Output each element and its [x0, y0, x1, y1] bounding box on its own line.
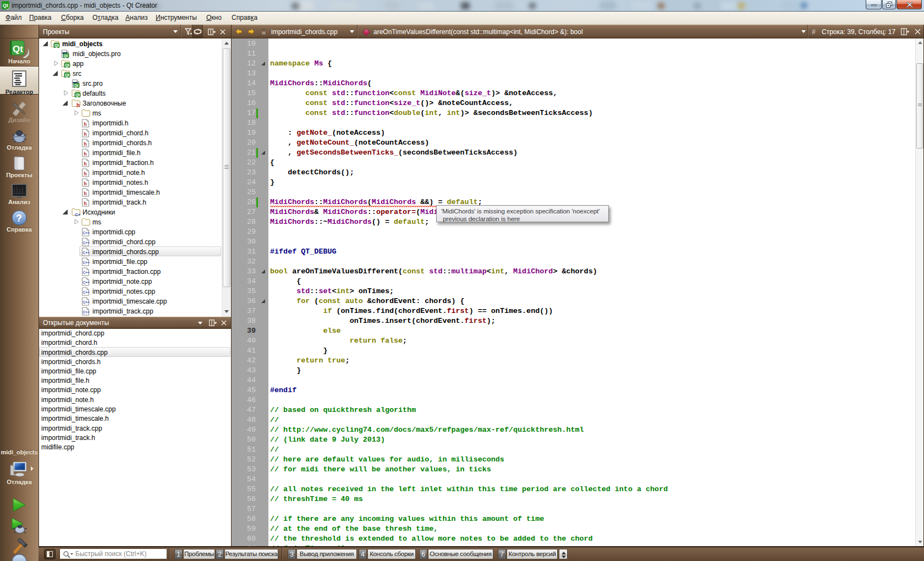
svg-text:Qt: Qt — [54, 43, 59, 48]
svg-text:h: h — [84, 151, 87, 157]
svg-text:C++: C++ — [83, 310, 90, 314]
svg-text:C++: C++ — [83, 241, 90, 245]
svg-text:h: h — [84, 161, 87, 167]
svg-text:C++: C++ — [83, 290, 90, 294]
svg-text:h: h — [84, 122, 87, 127]
svg-text:C+: C+ — [75, 212, 81, 216]
svg-text:Qt: Qt — [65, 63, 69, 68]
svg-text:h: h — [84, 201, 87, 206]
svg-text:C++: C++ — [83, 251, 90, 255]
svg-text:Qt: Qt — [65, 73, 69, 78]
svg-text:C++: C++ — [83, 271, 90, 274]
svg-text:?: ? — [16, 213, 22, 224]
svg-text:Qt: Qt — [13, 44, 23, 54]
svg-text:C++: C++ — [83, 261, 90, 265]
svg-text:Qt: Qt — [75, 93, 80, 97]
svg-text:C++: C++ — [83, 300, 90, 304]
svg-text:C++: C++ — [83, 280, 90, 284]
svg-text:h: h — [84, 131, 87, 137]
svg-text:h: h — [84, 181, 87, 186]
svg-text:h: h — [84, 171, 87, 177]
svg-text:C++: C++ — [83, 231, 90, 235]
svg-text:h: h — [84, 191, 87, 196]
svg-text:h: h — [84, 141, 87, 147]
svg-text:h: h — [76, 102, 80, 107]
svg-text:Qt: Qt — [64, 54, 68, 58]
svg-text:Qt: Qt — [74, 84, 79, 88]
svg-text:Qt: Qt — [3, 3, 8, 8]
